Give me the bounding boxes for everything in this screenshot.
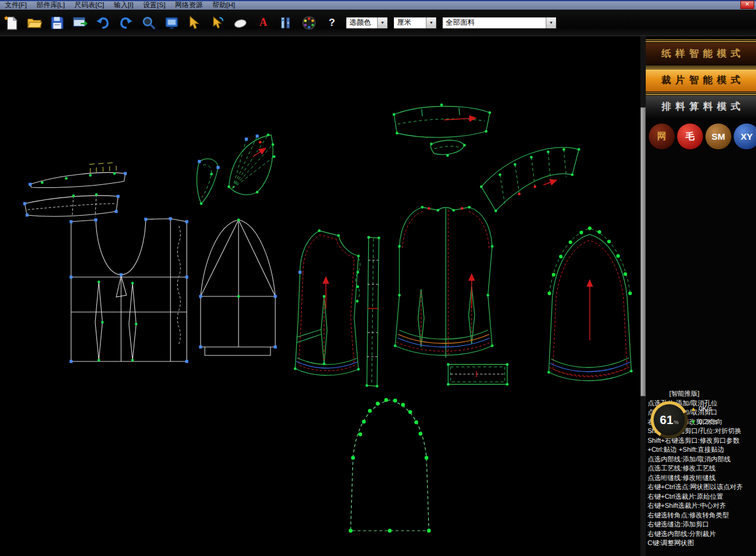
zoom-button[interactable] — [140, 14, 158, 32]
download-speed-value: 0.2K/s — [699, 418, 717, 425]
import-window-icon — [72, 15, 88, 31]
progress-gauge: 61 % — [651, 401, 688, 439]
piece-vest-front[interactable] — [294, 230, 360, 375]
adjust-arrow-icon — [210, 15, 225, 31]
chevron-down-icon[interactable]: ▼ — [426, 17, 436, 28]
mode-cut-piece-button[interactable]: 裁片智能模式 — [646, 69, 756, 92]
fur-mode-button[interactable]: 毛 — [676, 123, 704, 150]
help-line: 点选工艺线:修改工艺线 — [648, 464, 756, 473]
help-line: 右键+Ctrl选裁片:原始位置 — [648, 492, 756, 502]
color-select-value: 选颜色 — [349, 17, 371, 28]
open-folder-icon — [27, 15, 42, 31]
help-line: 右键+Ctrl选点:网状图以该点对齐 — [648, 483, 756, 492]
help-line: 点选内部线:添加/取消内部线 — [648, 455, 756, 464]
menu-size-table[interactable]: 尺码表[C] — [70, 0, 109, 10]
help-line: 点选绗缝线:修改绗缝线 — [648, 473, 756, 483]
piece-vest-back[interactable] — [394, 206, 494, 358]
gold-divider — [646, 39, 756, 43]
save-icon — [49, 15, 65, 31]
sm-mode-button[interactable]: SM — [705, 123, 732, 150]
xy-mode-button[interactable]: XY — [733, 123, 756, 150]
color-wheel-icon — [301, 15, 317, 31]
import-button[interactable] — [71, 14, 89, 32]
piece-placket-strip[interactable] — [366, 236, 381, 388]
download-arrow-icon: ▼ — [690, 419, 696, 425]
notch-tool-button[interactable] — [277, 14, 295, 32]
help-line: 右键选缝边:添加剪口 — [648, 520, 756, 529]
toolbar: A ? 选颜色 ▼ 厘米 ▼ 全部面料 ▼ — [0, 10, 756, 36]
chevron-down-icon[interactable]: ▼ — [377, 17, 387, 28]
piece-sleeve-dashed[interactable] — [349, 398, 431, 533]
fabric-select[interactable]: 全部面料 ▼ — [442, 17, 557, 29]
unit-select[interactable]: 厘米 ▼ — [393, 17, 437, 29]
scrollbar-thumb[interactable] — [640, 107, 646, 396]
notch-tool-icon — [278, 15, 294, 31]
menu-file[interactable]: 文件[F] — [0, 0, 31, 10]
piece-small-fan[interactable] — [228, 134, 276, 195]
gauge-unit: % — [674, 419, 679, 425]
save-button[interactable] — [48, 14, 66, 32]
close-button[interactable]: ✕ — [740, 1, 754, 9]
eraser-tool-button[interactable] — [231, 14, 249, 32]
piece-curved-strip[interactable] — [197, 159, 220, 205]
upload-arrow-icon: ▲ — [690, 405, 696, 412]
download-speed: ▼ 0.2K/s — [690, 418, 717, 425]
menu-input[interactable]: 输入[I] — [109, 0, 139, 10]
gauge-value: 61 — [660, 413, 673, 427]
select-arrow-icon — [187, 15, 202, 31]
menu-settings[interactable]: 设置[S] — [139, 0, 170, 10]
piece-sleeve-draft[interactable] — [199, 219, 277, 355]
screen-view-icon — [164, 15, 180, 31]
open-file-button[interactable] — [25, 14, 43, 32]
text-tool-button[interactable]: A — [254, 14, 272, 32]
help-line: 右键选转角点:修改转角类型 — [648, 511, 756, 520]
redo-icon — [118, 15, 134, 31]
help-line: C键:调整网状图 — [648, 539, 756, 548]
help-line: +Ctrl:贴边 +Shift:直接贴边 — [648, 445, 756, 455]
piece-collar-stand[interactable] — [430, 140, 466, 157]
unit-select-value: 厘米 — [397, 17, 411, 28]
color-wheel-button[interactable] — [300, 14, 318, 32]
piece-horn-band[interactable] — [29, 163, 127, 188]
upload-speed: ▲ 0K/s — [690, 405, 712, 412]
gold-divider — [646, 65, 756, 69]
chevron-down-icon[interactable]: ▼ — [546, 17, 556, 28]
piece-collar-band[interactable] — [393, 104, 492, 137]
upload-speed-value: 0K/s — [699, 405, 712, 412]
mode-marker-button[interactable]: 排料算料模式 — [646, 96, 756, 118]
screen-view-button[interactable] — [163, 14, 181, 32]
net-mode-button[interactable]: 网 — [648, 123, 675, 150]
piece-waist-band[interactable] — [23, 193, 120, 217]
help-line: 右键选内部线:分割裁片 — [648, 529, 756, 539]
help-title: [智能推版] — [648, 389, 756, 399]
help-line: 右键+Shift选裁片:中心对齐 — [648, 501, 756, 511]
piece-sleeve-green[interactable] — [548, 226, 633, 381]
menu-part-library[interactable]: 部件库[L] — [31, 0, 69, 10]
piece-band-rect[interactable] — [447, 363, 509, 386]
pattern-canvas[interactable] — [0, 36, 640, 556]
menu-network-resources[interactable]: 网络资源 — [170, 0, 208, 10]
new-file-button[interactable] — [2, 14, 20, 32]
quick-mode-buttons: 网 毛 SM XY — [646, 123, 756, 150]
adjust-tool-button[interactable] — [208, 14, 226, 32]
canvas-scrollbar[interactable] — [640, 36, 646, 556]
select-tool-button[interactable] — [186, 14, 204, 32]
undo-button[interactable] — [94, 14, 112, 32]
side-panel: 纸样智能模式 裁片智能模式 排料算料模式 网 毛 SM XY 61 % ▲ 0K… — [646, 36, 756, 556]
zoom-icon — [141, 15, 157, 31]
redo-button[interactable] — [117, 14, 135, 32]
eraser-icon — [233, 15, 248, 31]
undo-icon — [95, 15, 111, 31]
gold-divider — [646, 92, 756, 96]
color-select[interactable]: 选颜色 ▼ — [346, 17, 388, 29]
mode-paper-pattern-button[interactable]: 纸样智能模式 — [646, 43, 756, 65]
piece-flounce-fan[interactable] — [480, 148, 581, 212]
menu-bar: 文件[F] 部件库[L] 尺码表[C] 输入[I] 设置[S] 网络资源 帮助[… — [0, 0, 756, 10]
fabric-select-value: 全部面料 — [446, 17, 475, 28]
new-file-icon — [4, 15, 19, 31]
help-button[interactable]: ? — [323, 14, 341, 32]
menu-help[interactable]: 帮助[H] — [208, 0, 240, 10]
piece-draft-block[interactable] — [70, 217, 189, 363]
